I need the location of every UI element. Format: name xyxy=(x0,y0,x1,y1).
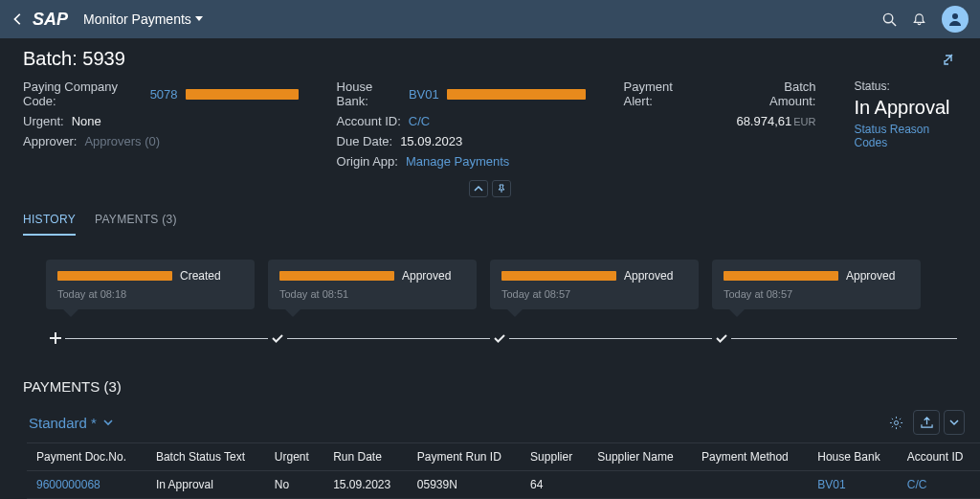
details-col-2: House Bank: BV01 Account ID: C/C Due Dat… xyxy=(337,79,586,169)
link-house_bank[interactable]: BV01 xyxy=(817,478,845,491)
urgent-label: Urgent: xyxy=(23,114,64,128)
anchor-tabs: HISTORY PAYMENTS (3) xyxy=(0,199,980,237)
history-card[interactable]: Approved Today at 08:57 xyxy=(712,260,921,309)
header-collapse-bar xyxy=(0,186,980,199)
svg-point-3 xyxy=(894,420,898,424)
column-header[interactable]: Batch Status Text xyxy=(146,443,265,471)
chevron-down-icon xyxy=(949,419,959,426)
cell-doc[interactable]: 9600000068 xyxy=(27,471,146,499)
payments-section-title: PAYMENTS (3) xyxy=(0,367,980,402)
status-reason-link[interactable]: Status Reason Codes xyxy=(854,123,957,149)
status-label: Status: xyxy=(854,79,957,93)
column-header[interactable]: Payment Doc.No. xyxy=(27,443,146,471)
paying-cc-link[interactable]: 5078 xyxy=(150,87,178,102)
details-amount: Batch Amount: 68.974,61EUR xyxy=(736,79,815,169)
pin-icon xyxy=(497,184,506,193)
export-dropdown-button[interactable] xyxy=(944,410,965,435)
origin-app-link[interactable]: Manage Payments xyxy=(406,154,509,169)
check-icon xyxy=(268,329,287,348)
history-time: Today at 08:57 xyxy=(724,288,909,300)
cell-method xyxy=(692,471,808,499)
cell-status: In Approval xyxy=(146,471,265,499)
redacted-text xyxy=(57,271,172,281)
search-icon[interactable] xyxy=(882,12,897,27)
pin-header-button[interactable] xyxy=(492,180,511,197)
details-col-1: Paying Company Code: 5078 Urgent: None A… xyxy=(23,79,299,169)
check-icon xyxy=(712,329,731,348)
plus-icon xyxy=(46,329,65,348)
app-title-text: Monitor Payments xyxy=(83,11,191,27)
account-id-link[interactable]: C/C xyxy=(409,114,430,128)
paying-cc-label: Paying Company Code: xyxy=(23,79,143,108)
cell-urgent: No xyxy=(265,471,323,499)
history-action: Approved xyxy=(846,269,895,283)
chevron-down-icon xyxy=(102,418,114,427)
status-value: In Approval xyxy=(854,97,957,119)
cell-supplier: 64 xyxy=(521,471,588,499)
cell-run_date: 15.09.2023 xyxy=(323,471,408,499)
page-title: Batch: 5939 xyxy=(23,48,125,70)
house-bank-label: House Bank: xyxy=(337,79,401,108)
table-toolbar: Standard * xyxy=(0,402,980,442)
account-id-label: Account ID: xyxy=(337,114,401,128)
cell-house_bank[interactable]: BV01 xyxy=(808,471,897,499)
variant-selector[interactable]: Standard * xyxy=(29,415,114,431)
history-time: Today at 08:51 xyxy=(279,288,465,300)
link-account_id[interactable]: C/C xyxy=(907,478,927,491)
payment-alert-label: Payment Alert: xyxy=(624,79,699,108)
notification-bell-icon[interactable] xyxy=(912,12,926,27)
tab-history[interactable]: HISTORY xyxy=(23,205,76,236)
history-time: Today at 08:18 xyxy=(57,288,243,300)
history-card[interactable]: Approved Today at 08:57 xyxy=(490,260,699,309)
payments-table: Payment Doc.No.Batch Status TextUrgentRu… xyxy=(27,442,980,499)
amount-number: 68.974,61 xyxy=(736,114,791,128)
history-action: Approved xyxy=(402,269,451,283)
app-title-dropdown[interactable]: Monitor Payments xyxy=(83,11,203,27)
tab-payments[interactable]: PAYMENTS (3) xyxy=(95,205,177,236)
caret-down-icon xyxy=(195,16,203,22)
column-header[interactable]: Supplier xyxy=(521,443,588,471)
history-action: Created xyxy=(180,269,221,283)
due-date-value: 15.09.2023 xyxy=(400,134,462,148)
redacted-text xyxy=(447,89,586,100)
details-col-3: Payment Alert: xyxy=(624,79,699,169)
house-bank-link[interactable]: BV01 xyxy=(409,87,439,102)
column-header[interactable]: Run Date xyxy=(323,443,408,471)
column-header[interactable]: Payment Method xyxy=(692,443,808,471)
share-icon[interactable] xyxy=(942,52,957,67)
approver-value: Approvers (0) xyxy=(84,134,160,148)
check-icon xyxy=(490,329,509,348)
redacted-text xyxy=(724,271,838,281)
due-date-label: Due Date: xyxy=(337,134,393,148)
cell-account_id[interactable]: C/C xyxy=(898,471,980,499)
global-header: SAP Monitor Payments xyxy=(0,0,980,38)
origin-app-label: Origin App: xyxy=(337,154,398,169)
collapse-header-button[interactable] xyxy=(469,180,488,197)
export-icon[interactable] xyxy=(913,410,940,435)
cell-supplier_name xyxy=(588,471,692,499)
chevron-up-icon xyxy=(474,185,483,193)
svg-line-1 xyxy=(892,21,896,25)
svg-point-0 xyxy=(883,13,892,22)
amount-label: Batch Amount: xyxy=(736,79,815,108)
user-avatar[interactable] xyxy=(942,6,969,33)
variant-name: Standard * xyxy=(29,415,97,431)
column-header[interactable]: Payment Run ID xyxy=(408,443,521,471)
history-timeline: Created Today at 08:18 Approved Today at… xyxy=(0,237,980,367)
redacted-text xyxy=(501,271,616,281)
column-header[interactable]: Account ID xyxy=(898,443,980,471)
column-header[interactable]: Supplier Name xyxy=(588,443,692,471)
history-card[interactable]: Created Today at 08:18 xyxy=(46,260,255,309)
page-title-row: Batch: 5939 xyxy=(0,38,980,76)
settings-icon[interactable] xyxy=(882,410,909,435)
link-doc[interactable]: 9600000068 xyxy=(36,478,100,491)
back-button[interactable] xyxy=(11,12,25,26)
object-header-details: Paying Company Code: 5078 Urgent: None A… xyxy=(0,76,980,186)
column-header[interactable]: House Bank xyxy=(808,443,897,471)
cell-run_id: 05939N xyxy=(408,471,521,499)
table-row[interactable]: 9600000068In ApprovalNo15.09.202305939N6… xyxy=(27,471,980,499)
history-card[interactable]: Approved Today at 08:51 xyxy=(268,260,477,309)
sap-logo: SAP xyxy=(33,10,68,30)
column-header[interactable]: Urgent xyxy=(265,443,323,471)
details-status: Status: In Approval Status Reason Codes xyxy=(854,79,957,169)
